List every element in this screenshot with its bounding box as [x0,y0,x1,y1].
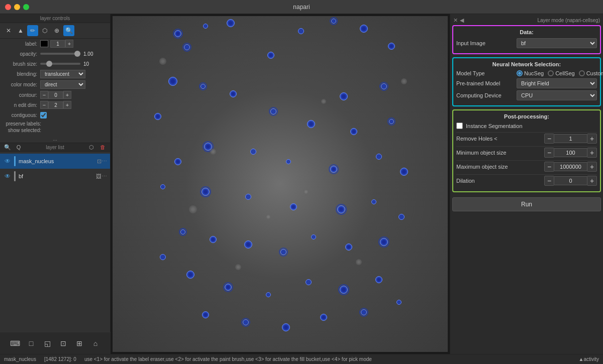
max-object-minus-button[interactable]: − [544,162,554,172]
transform-tool[interactable]: ▲ [15,25,26,36]
min-object-minus-button[interactable]: − [544,148,554,158]
opacity-slider[interactable] [40,53,80,55]
n-edit-dim-label: n edit dim: [4,102,40,108]
paint-tool[interactable]: ✏ [27,25,38,36]
remove-holes-minus-button[interactable]: − [544,134,554,144]
select-tool[interactable]: ✕ [3,25,14,36]
gray-dot-4 [266,214,271,219]
label-value[interactable]: 1 [50,40,65,48]
contiguous-checkbox[interactable] [40,112,47,118]
label-plus-button[interactable]: + [65,40,73,48]
gray-dot-5 [401,78,407,84]
cellseg-radio[interactable]: CellSeg [548,70,575,76]
run-button[interactable]: Run [452,197,601,211]
cell-dot-1 [203,24,208,29]
cell-dot-17 [350,128,357,135]
max-object-value[interactable]: 1000000 [554,162,587,171]
cell-dot-38 [210,236,217,243]
layer-options-1[interactable]: ⋯ [102,173,107,180]
polygon-tool[interactable]: ⬡ [39,25,50,36]
nucseg-radio[interactable]: NucSeg [517,70,544,76]
blending-select[interactable]: translucent opaque additive [40,70,85,78]
contour-value[interactable]: 0 [48,91,63,99]
cell-dot-52 [202,311,209,318]
cell-dot-31 [371,199,376,204]
gray-dot-3 [356,259,362,265]
fill-tool[interactable]: ⊕ [51,25,62,36]
remove-holes-plus-button[interactable]: + [587,134,597,144]
preserve-labels-row: preserve labels: [4,121,106,127]
min-object-plus-button[interactable]: + [587,148,597,158]
label-color-swatch[interactable] [40,40,48,47]
close-button[interactable] [5,4,11,10]
grid-large-icon-button[interactable]: ⊞ [73,337,85,349]
minimize-button[interactable] [14,4,20,10]
max-object-row: Maximum object size − 1000000 + [456,160,597,173]
dilation-minus-button[interactable]: − [544,176,554,186]
cell-ring-21 [329,164,339,174]
layer-color-bar-1 [14,171,16,181]
window-controls[interactable] [5,4,29,10]
brush-size-label: brush size: [4,61,40,67]
contour-plus-button[interactable]: + [63,91,71,99]
pretrained-model-row: Pre-trained Model Bright Field Dark Fiel… [456,78,597,88]
color-mode-select[interactable]: direct cycle [40,80,85,89]
copy-icon-button[interactable]: ◱ [41,337,53,349]
screenshot-icon-button[interactable]: □ [25,337,37,349]
cell-dot-20 [400,168,408,176]
layer-color-bar-0 [14,156,16,166]
custom-radio[interactable]: Custom [579,70,603,76]
n-edit-dim-minus-button[interactable]: − [40,101,48,109]
microscopy-canvas [113,16,448,352]
layer-visibility-0[interactable]: 👁 [3,157,12,166]
remove-holes-value[interactable]: 1 [554,134,587,143]
maximize-button[interactable] [23,4,29,10]
dilation-value[interactable]: 0 [554,176,587,185]
canvas-area[interactable] [111,14,450,354]
console-icon-button[interactable]: ⌨ [9,337,21,349]
cell-dot-46 [375,276,382,283]
color-mode-row: color mode: direct cycle [0,79,110,90]
cell-ring-30 [336,204,347,215]
cell-dot-7 [360,25,368,33]
input-image-label: Input Image [456,40,517,46]
add-shapes-button[interactable]: ⬡ [87,143,96,152]
max-object-plus-button[interactable]: + [587,162,597,172]
cell-ring-48 [359,308,368,317]
pretrained-model-label: Pre-trained Model [456,80,517,86]
layer-visibility-1[interactable]: 👁 [3,172,12,181]
cell-dot-44 [306,279,312,285]
contour-minus-button[interactable]: − [40,91,48,99]
data-section: Data: Input Image bf [452,25,601,54]
layer-item-1[interactable]: 👁 bf 🖼 ⋯ [0,169,110,184]
min-object-value[interactable]: 100 [554,148,587,157]
cell-dot-28 [245,194,251,200]
input-image-select[interactable]: bf [517,38,597,48]
cell-dot-40 [160,254,166,260]
pretrained-model-select[interactable]: Bright Field Dark Field [517,78,597,88]
brush-size-slider[interactable] [40,63,80,65]
model-type-radio-group: NucSeg CellSeg Custom [517,70,603,76]
home-icon-button[interactable]: ⌂ [89,337,102,349]
min-object-row: Minimum object size − 100 + [456,146,597,159]
layer-list-left-tools: 🔍 Q [3,143,23,152]
n-edit-dim-value[interactable]: 2 [48,101,63,109]
more-button[interactable]: ... [0,135,110,143]
layer-search-button[interactable]: 🔍 [3,143,12,152]
dilation-plus-button[interactable]: + [587,176,597,186]
n-edit-dim-plus-button[interactable]: + [63,101,71,109]
show-selected-label: show selected: [4,128,44,133]
activity-button[interactable]: ▲activity [579,356,599,362]
right-panel-close-button[interactable]: ✕ [453,17,458,24]
cell-ring-42 [223,282,233,292]
grid-small-icon-button[interactable]: ⊡ [57,337,69,349]
delete-layer-button[interactable]: 🗑 [98,143,107,152]
computing-device-select[interactable]: CPU CUDA MPS [517,90,597,100]
instance-seg-checkbox[interactable] [456,123,463,129]
search-tool[interactable]: 🔍 [63,25,74,36]
custom-radio-dot [579,70,585,76]
layer-item-0[interactable]: 👁 mask_nucleus ⊡ ⋯ [0,154,110,169]
right-panel-back-button[interactable]: ◀ [460,17,464,24]
layer-options-0[interactable]: ⋯ [102,158,107,165]
cell-dot-5 [267,52,274,59]
